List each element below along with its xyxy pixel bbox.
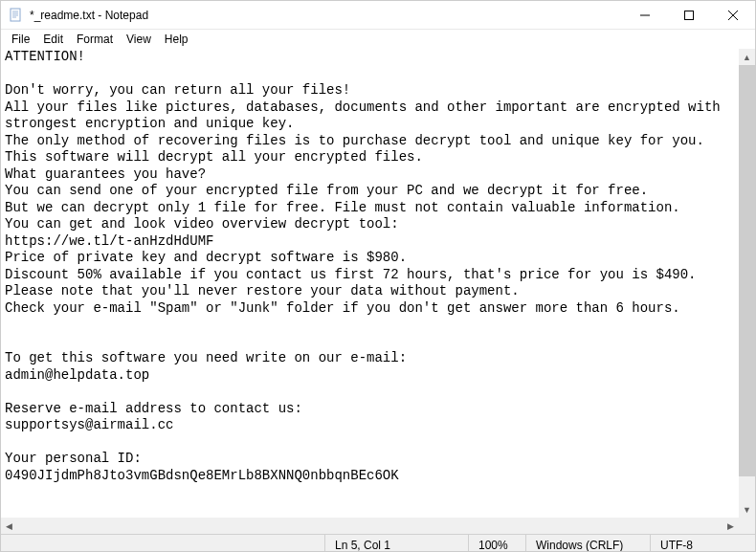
titlebar: *_readme.txt - Notepad xyxy=(1,1,755,30)
window-title: *_readme.txt - Notepad xyxy=(30,9,623,22)
scroll-right-icon[interactable]: ▶ xyxy=(723,518,739,534)
scroll-down-icon[interactable]: ▼ xyxy=(739,501,755,518)
minimize-button[interactable] xyxy=(623,1,667,30)
menu-view[interactable]: View xyxy=(120,32,158,47)
window-controls xyxy=(623,1,755,30)
maximize-button[interactable] xyxy=(667,1,711,30)
vertical-scrollbar[interactable]: ▲ ▼ xyxy=(739,49,755,518)
menu-file[interactable]: File xyxy=(5,32,36,47)
status-encoding: UTF-8 xyxy=(650,535,755,552)
status-zoom: 100% xyxy=(468,535,525,552)
status-position: Ln 5, Col 1 xyxy=(324,535,468,552)
scroll-up-icon[interactable]: ▲ xyxy=(739,49,755,65)
scroll-track[interactable] xyxy=(17,518,723,534)
statusbar: Ln 5, Col 1 100% Windows (CRLF) UTF-8 xyxy=(1,534,755,552)
notepad-icon xyxy=(9,8,24,23)
close-button[interactable] xyxy=(711,1,755,30)
svg-rect-6 xyxy=(685,11,694,19)
menu-edit[interactable]: Edit xyxy=(36,32,70,47)
scroll-thumb[interactable] xyxy=(739,65,755,476)
status-eol: Windows (CRLF) xyxy=(525,535,650,552)
horizontal-scrollbar[interactable]: ◀ ▶ xyxy=(1,518,739,534)
scroll-left-icon[interactable]: ◀ xyxy=(1,518,17,534)
editor-area: ATTENTION! Don't worry, you can return a… xyxy=(1,49,755,534)
menu-help[interactable]: Help xyxy=(158,32,195,47)
scroll-corner xyxy=(739,518,755,534)
menu-format[interactable]: Format xyxy=(70,32,120,47)
menubar: File Edit Format View Help xyxy=(1,30,755,49)
text-content[interactable]: ATTENTION! Don't worry, you can return a… xyxy=(1,49,755,534)
svg-rect-0 xyxy=(11,9,20,21)
